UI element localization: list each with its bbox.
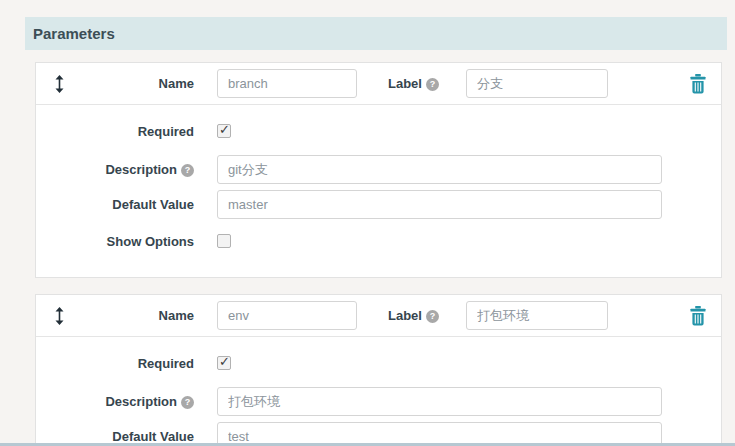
param-card-branch: Name Label?	[35, 62, 722, 278]
description-row: Description?	[36, 387, 721, 416]
show-options-label: Show Options	[36, 234, 194, 249]
required-checkbox[interactable]	[217, 356, 231, 370]
description-label: Description?	[36, 162, 194, 177]
delete-parameter-button[interactable]	[690, 73, 706, 94]
default-value-row: Default Value	[36, 190, 721, 219]
required-label: Required	[36, 124, 194, 139]
description-input[interactable]	[217, 155, 662, 184]
help-icon[interactable]: ?	[426, 78, 439, 91]
param-card-header: Name Label?	[36, 295, 721, 337]
show-options-row: Show Options	[36, 231, 721, 251]
param-card-env: Name Label?	[35, 294, 722, 446]
description-row: Description?	[36, 155, 721, 184]
default-value-input[interactable]	[217, 190, 662, 219]
name-label: Name	[36, 295, 194, 337]
parameters-page: Parameters Name Label?	[0, 0, 735, 446]
default-value-label: Default Value	[36, 197, 194, 212]
required-label: Required	[36, 356, 194, 371]
default-value-label: Default Value	[36, 429, 194, 444]
name-input[interactable]	[217, 69, 357, 98]
required-row: Required	[36, 121, 721, 141]
name-input[interactable]	[217, 301, 357, 330]
trash-icon	[690, 73, 706, 94]
required-checkbox[interactable]	[217, 124, 231, 138]
param-card-header: Name Label?	[36, 63, 721, 105]
help-icon[interactable]: ?	[181, 164, 194, 177]
required-row: Required	[36, 353, 721, 373]
parameters-section-header: Parameters	[25, 17, 727, 50]
name-label: Name	[36, 63, 194, 105]
delete-parameter-button[interactable]	[690, 305, 706, 326]
parameters-list: Name Label?	[35, 62, 722, 446]
section-title: Parameters	[33, 25, 115, 42]
description-input[interactable]	[217, 387, 662, 416]
param-card-body: Required Description? Default Value Show…	[36, 105, 721, 277]
help-icon[interactable]: ?	[181, 396, 194, 409]
param-card-body: Required Description? Default Value Show…	[36, 337, 721, 446]
label-label: Label?	[388, 295, 439, 337]
label-input[interactable]	[466, 301, 608, 330]
show-options-checkbox[interactable]	[217, 234, 231, 248]
help-icon[interactable]: ?	[426, 310, 439, 323]
trash-icon	[690, 305, 706, 326]
label-label: Label?	[388, 63, 439, 105]
description-label: Description?	[36, 394, 194, 409]
label-input[interactable]	[466, 69, 608, 98]
